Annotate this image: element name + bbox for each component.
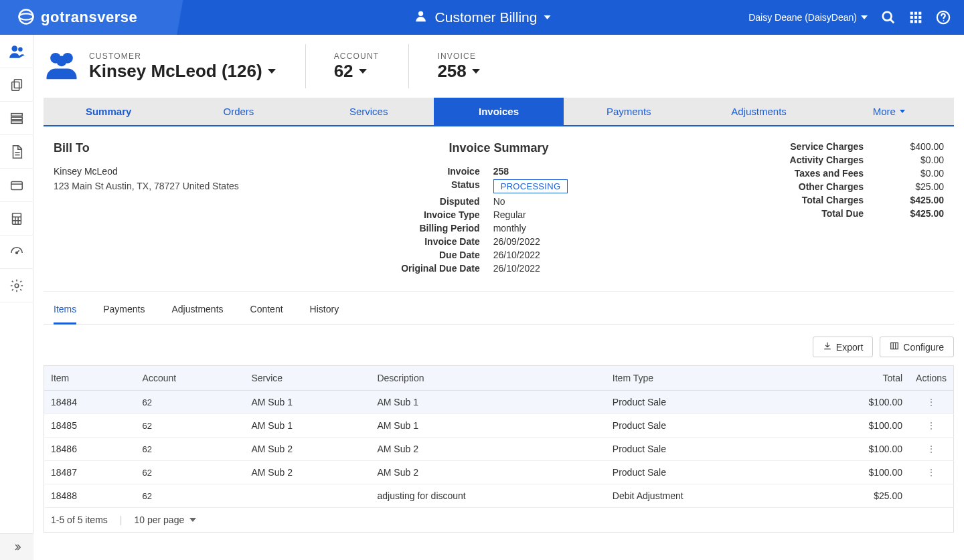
- total-value: $425.00: [864, 195, 944, 205]
- download-icon: [823, 341, 832, 353]
- total-label: Taxes and Fees: [665, 168, 864, 179]
- nav-stack[interactable]: [0, 102, 33, 135]
- field-value: 26/10/2022: [493, 263, 639, 274]
- chevron-down-icon: [189, 518, 196, 522]
- col-total[interactable]: Total: [800, 366, 909, 391]
- subtab-items[interactable]: Items: [54, 296, 76, 324]
- divider: [305, 44, 306, 88]
- row-actions-menu[interactable]: ⋮: [927, 468, 936, 477]
- chevron-down-icon: [861, 15, 868, 19]
- total-label: Service Charges: [665, 141, 864, 152]
- chevron-down-icon: [472, 69, 480, 74]
- nav-calculator[interactable]: [0, 202, 33, 236]
- svg-line-4: [890, 19, 894, 23]
- tab-adjustments[interactable]: Adjustments: [694, 98, 823, 126]
- billto-section: Bill To Kinsey McLeod 123 Main St Austin…: [54, 141, 333, 276]
- configure-button[interactable]: Configure: [880, 337, 954, 357]
- col-actions[interactable]: Actions: [909, 366, 953, 391]
- col-item[interactable]: Item: [44, 366, 136, 391]
- context-switcher[interactable]: Customer Billing: [414, 9, 551, 27]
- col-item-type[interactable]: Item Type: [606, 366, 800, 391]
- bc-account-value[interactable]: 62: [334, 61, 380, 82]
- tab-orders[interactable]: Orders: [173, 98, 303, 126]
- subtab-adjustments[interactable]: Adjustments: [171, 296, 223, 324]
- user-menu[interactable]: Daisy Deane (DaisyDean): [748, 12, 868, 23]
- table-count: 1-5 of 5 items: [51, 515, 108, 525]
- svg-point-16: [11, 45, 17, 52]
- tab-invoices[interactable]: Invoices: [434, 98, 564, 126]
- table-row[interactable]: 1848862adjusting for discountDebit Adjus…: [44, 484, 954, 508]
- nav-copy[interactable]: [0, 68, 33, 102]
- svg-rect-7: [918, 12, 921, 15]
- svg-point-33: [15, 252, 17, 254]
- bc-invoice-label: INVOICE: [437, 52, 479, 61]
- bc-customer-label: CUSTOMER: [89, 52, 276, 61]
- svg-rect-11: [910, 20, 913, 23]
- apps-grid-icon[interactable]: [909, 11, 922, 24]
- tab-more[interactable]: More: [824, 98, 954, 126]
- svg-rect-13: [918, 20, 921, 23]
- help-icon[interactable]: [936, 10, 951, 25]
- subtab-payments[interactable]: Payments: [103, 296, 145, 324]
- search-icon[interactable]: [881, 10, 896, 25]
- tab-payments[interactable]: Payments: [564, 98, 694, 126]
- sidenav: [0, 35, 33, 560]
- main-tabs: SummaryOrdersServicesInvoicesPaymentsAdj…: [44, 98, 954, 126]
- brand-icon: [17, 7, 35, 28]
- nav-dashboard[interactable]: [0, 236, 33, 269]
- table-row[interactable]: 1848762AM Sub 2AM Sub 2Product Sale$100.…: [44, 461, 954, 484]
- user-icon: [414, 9, 428, 27]
- table-row[interactable]: 1848462AM Sub 1AM Sub 1Product Sale$100.…: [44, 391, 954, 414]
- field-value: monthly: [493, 223, 639, 234]
- row-actions-menu[interactable]: ⋮: [927, 397, 936, 407]
- nav-document[interactable]: [0, 135, 33, 169]
- sidenav-toggle[interactable]: [0, 533, 33, 560]
- svg-rect-19: [11, 82, 19, 90]
- chevron-down-icon: [359, 69, 367, 74]
- nav-card[interactable]: [0, 169, 33, 202]
- bc-customer-value[interactable]: Kinsey McLeod (126): [89, 61, 276, 82]
- billto-heading: Bill To: [54, 141, 333, 155]
- subtabs: ItemsPaymentsAdjustmentsContentHistory: [44, 296, 954, 324]
- billto-address: 123 Main St Austin, TX, 78727 United Sta…: [54, 181, 333, 191]
- total-label: Other Charges: [665, 181, 864, 192]
- tab-services[interactable]: Services: [304, 98, 434, 126]
- chevron-down-icon: [268, 69, 276, 74]
- col-service[interactable]: Service: [244, 366, 370, 391]
- per-page-selector[interactable]: 10 per page: [134, 515, 196, 525]
- row-actions-menu[interactable]: ⋮: [927, 444, 936, 454]
- breadcrumb: CUSTOMER Kinsey McLeod (126) ACCOUNT 62 …: [44, 35, 954, 98]
- total-label: Activity Charges: [665, 155, 864, 165]
- brand[interactable]: gotransverse: [0, 7, 137, 28]
- field-label: Original Due Date: [359, 263, 493, 274]
- field-label: Invoice Date: [359, 236, 493, 247]
- brand-text: gotransverse: [41, 9, 137, 26]
- svg-rect-10: [918, 16, 921, 19]
- svg-rect-25: [11, 181, 22, 189]
- row-actions-menu[interactable]: ⋮: [927, 421, 936, 430]
- bc-invoice-value[interactable]: 258: [437, 61, 479, 82]
- svg-rect-8: [910, 16, 913, 19]
- total-value: $0.00: [864, 155, 944, 165]
- field-label: Billing Period: [359, 223, 493, 234]
- export-button[interactable]: Export: [813, 337, 873, 357]
- chevron-down-icon: [544, 15, 550, 19]
- chevron-down-icon: [900, 110, 905, 113]
- columns-icon: [890, 341, 899, 353]
- col-account[interactable]: Account: [136, 366, 245, 391]
- table-row[interactable]: 1848562AM Sub 1AM Sub 1Product Sale$100.…: [44, 414, 954, 438]
- table-footer: 1-5 of 5 items | 10 per page: [44, 508, 954, 533]
- field-value: PROCESSING: [493, 179, 639, 193]
- col-description[interactable]: Description: [370, 366, 605, 391]
- table-row[interactable]: 1848662AM Sub 2AM Sub 2Product Sale$100.…: [44, 438, 954, 461]
- subtab-history[interactable]: History: [310, 296, 339, 324]
- field-label: Disputed: [359, 196, 493, 207]
- nav-customers[interactable]: [0, 35, 33, 68]
- total-value: $0.00: [864, 168, 944, 179]
- tab-summary[interactable]: Summary: [44, 98, 173, 126]
- subtab-content[interactable]: Content: [250, 296, 283, 324]
- field-value: 258: [493, 166, 639, 177]
- svg-point-3: [883, 12, 892, 21]
- invoice-summary-section: Invoice Summary Invoice258StatusPROCESSI…: [359, 141, 639, 276]
- nav-settings[interactable]: [0, 269, 33, 302]
